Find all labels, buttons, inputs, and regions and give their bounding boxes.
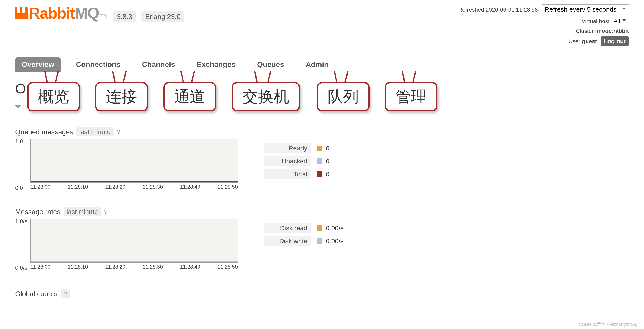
user-label: User [568,38,580,44]
watermark: CSDN @爱学习的zhengzhang [579,322,638,327]
queued-x-4: 11:28:40 [180,184,200,190]
main-tabs: Overview Connections Channels Exchanges … [15,57,629,72]
queued-range[interactable]: last minute [76,127,114,136]
brand-area: RabbitMQ TM 3.8.3 Erlang 23.0 [15,4,184,22]
brand-rabbit: Rabbit [29,4,75,22]
rates-x-3: 11:28:30 [143,264,163,270]
legend-unacked: Unacked 0 [264,156,330,166]
queued-x-5: 11:28:50 [218,184,238,190]
vhost-select[interactable]: All [611,17,629,25]
swatch-disk-write [317,238,322,244]
rates-x-5: 11:28:50 [218,264,238,270]
legend-ready-value: 0 [326,145,330,152]
version-badge: 3.8.3 [113,11,136,22]
vhost-label: Virtual host [582,18,610,24]
callout-queues: 队列 [317,82,370,111]
rates-x-4: 11:28:40 [180,264,200,270]
queued-y-top: 1.0 [15,138,23,145]
tab-connections[interactable]: Connections [69,57,127,72]
swatch-disk-read [317,225,322,231]
tab-channels[interactable]: Channels [136,57,182,72]
cluster-label: Cluster [576,28,594,34]
swatch-ready [317,145,322,151]
brand-mq: MQ [75,4,99,22]
legend-ready: Ready 0 [264,143,330,153]
logout-button[interactable]: Log out [600,36,629,46]
legend-unacked-value: 0 [326,158,330,165]
callout-connections: 连接 [95,82,148,111]
legend-disk-read-value: 0.00/s [326,225,344,232]
swatch-unacked [317,158,322,164]
rates-x-0: 11:28:00 [30,264,50,270]
legend-total: Total 0 [264,169,330,179]
queued-help[interactable]: ? [117,128,120,136]
refresh-interval-select[interactable]: Refresh every 5 seconds [542,4,629,14]
rates-y-top: 1.0/s [15,218,27,225]
legend-total-value: 0 [326,171,330,178]
tab-overview[interactable]: Overview [15,57,61,72]
rates-legend: Disk read 0.00/s Disk write 0.00/s [264,223,344,249]
rates-x-2: 11:28:20 [105,264,125,270]
brand-tm: TM [100,13,108,19]
logo: RabbitMQ TM [15,4,108,22]
callout-channels: 通道 [164,82,216,111]
tab-queues[interactable]: Queues [251,57,291,72]
tab-exchanges[interactable]: Exchanges [190,57,242,72]
rates-x-1: 11:28:10 [68,264,88,270]
collapse-toggle-icon[interactable] [15,105,21,111]
queued-title: Queued messages [15,128,73,136]
callout-overview: 概览 [27,82,80,111]
global-title: Global counts [15,290,58,298]
user-value: guest [582,38,597,44]
queued-y-bot: 0.0 [15,185,23,191]
erlang-badge: Erlang 23.0 [141,11,184,22]
legend-disk-read: Disk read 0.00/s [264,223,344,233]
rabbitmq-icon [15,7,28,19]
tab-admin[interactable]: Admin [299,57,335,72]
rates-y-bot: 0.0/s [15,265,27,271]
callout-exchanges: 交换机 [232,82,300,111]
rates-help[interactable]: ? [104,208,108,215]
refreshed-text: Refreshed 2020-06-01 11:28:58 [458,6,538,13]
cluster-value: imooc.rabbit [595,28,629,34]
callout-admin: 管理 [385,82,438,111]
rates-title: Message rates [15,208,60,216]
queued-x-1: 11:28:10 [68,184,88,190]
swatch-total [317,171,322,177]
legend-disk-write-value: 0.00/s [326,238,344,245]
queued-chart: 1.0 0.0 11:28:00 11:28:10 11:28:20 11:28… [15,139,238,190]
queued-x-0: 11:28:00 [30,184,50,190]
queued-legend: Ready 0 Unacked 0 Total 0 [264,143,330,182]
queued-x-3: 11:28:30 [143,184,163,190]
rates-range[interactable]: last minute [64,207,101,216]
legend-disk-write: Disk write 0.00/s [264,236,344,246]
queued-x-2: 11:28:20 [105,184,125,190]
rates-chart: 1.0/s 0.0/s 11:28:00 11:28:10 11:28:20 1… [15,219,238,270]
page-title-initial: O [15,81,26,97]
global-help[interactable]: ? [60,289,70,298]
